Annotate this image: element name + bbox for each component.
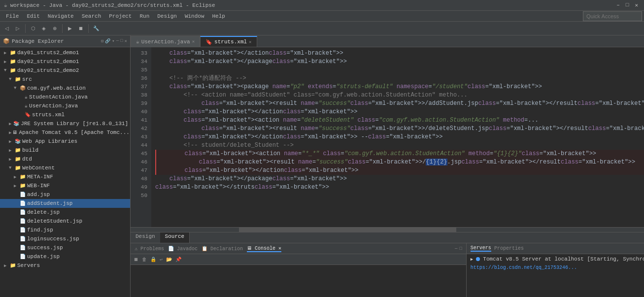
tree-item-com-gyf-web-action[interactable]: ▼📦com.gyf.web.action: [0, 84, 130, 93]
code-line-34[interactable]: class="xml-bracket"></packageclass="xml-…: [155, 58, 644, 66]
clear-icon[interactable]: 🗑: [141, 256, 148, 263]
code-line-41[interactable]: class="xml-bracket"><action name="delete…: [155, 116, 644, 125]
menu-design[interactable]: Design: [153, 12, 181, 20]
tree-item-deletestudent-jsp[interactable]: 📄deleteStudent.jsp: [0, 217, 130, 226]
panel-max-icon[interactable]: □: [120, 38, 123, 44]
code-line-50[interactable]: [155, 192, 644, 200]
window-controls[interactable]: – □ ✕: [614, 2, 640, 8]
toolbar-btn-7[interactable]: ⏹: [76, 24, 86, 33]
code-line-43[interactable]: class="xml-bracket"></actionclass="xml-b…: [155, 133, 644, 141]
horizontal-scrollbar[interactable]: [131, 227, 644, 232]
tree-item-loginsuccess-jsp[interactable]: 📄loginsuccess.jsp: [0, 234, 130, 243]
tree-item-meta-inf[interactable]: ▶📁META-INF: [0, 172, 130, 181]
tree-item-web-inf[interactable]: ▶📁WEB-INF: [0, 181, 130, 190]
code-line-49[interactable]: class="xml-bracket"></strutsclass="xml-b…: [155, 183, 644, 192]
panel-min-icon[interactable]: —: [116, 38, 119, 44]
servers-tab[interactable]: Servers: [471, 245, 491, 252]
panel-close-icon[interactable]: ✕: [125, 38, 127, 44]
tree-item-jre-system-library--jre1-8-0-131-[interactable]: ▶📚JRE System Library [jre1.8.0_131]: [0, 119, 130, 128]
menu-project[interactable]: Project: [105, 12, 136, 20]
scroll-lock-icon[interactable]: 🔒: [149, 256, 157, 263]
tree-item-addstudent-jsp[interactable]: 📄addStudent.jsp: [0, 199, 130, 208]
code-line-48[interactable]: class="xml-bracket"></packageclass="xml-…: [155, 175, 644, 183]
toolbar-btn-3[interactable]: ⬡: [28, 24, 38, 33]
code-line-37[interactable]: class="xml-bracket"><package name="p2" e…: [155, 83, 644, 91]
menu-navigate[interactable]: Navigate: [44, 12, 78, 20]
design-tab[interactable]: Design: [131, 232, 160, 243]
tree-item-useraction-java[interactable]: ☕UserAction.java: [0, 101, 130, 110]
toolbar-btn-8[interactable]: 🔧: [91, 24, 101, 33]
tree-icon: 📄: [20, 245, 26, 251]
terminate-icon[interactable]: ⏹: [133, 256, 139, 263]
code-line-47[interactable]: class="xml-bracket"></actionclass="xml-b…: [155, 166, 644, 175]
close-btn[interactable]: ✕: [633, 2, 640, 8]
tree-item-day02-struts2-demo1[interactable]: ▶📁day02_struts2_demo1: [0, 57, 130, 66]
tree-item-dtd[interactable]: ▶📁dtd: [0, 155, 130, 164]
tree-item-web-app-libraries[interactable]: ▶📚Web App Libraries: [0, 137, 130, 146]
menu-help[interactable]: Help: [208, 12, 229, 20]
toolbar-btn-5[interactable]: ⊕: [50, 24, 60, 33]
tree-item-apache-tomcat-v8-5--apache-tomc---[interactable]: ▶🖥Apache Tomcat v8.5 [Apache Tomc...: [0, 128, 130, 137]
code-line-44[interactable]: <!-- student/delete_Student -->: [155, 141, 644, 150]
menu-run[interactable]: Run: [136, 12, 153, 20]
link-icon[interactable]: 🔗: [105, 38, 110, 44]
maximize-btn[interactable]: □: [624, 2, 631, 8]
properties-tab[interactable]: Properties: [494, 246, 524, 251]
pin-icon[interactable]: 📌: [174, 256, 182, 263]
declaration-tab[interactable]: 📋 Declaration: [202, 246, 243, 252]
tree-item-update-jsp[interactable]: 📄update.jsp: [0, 252, 130, 261]
server-entry[interactable]: ▶ Tomcat v8.5 Server at localhost [Start…: [467, 254, 644, 264]
code-line-36[interactable]: <!-- 两个*的通配符合 -->: [155, 74, 644, 83]
code-line-45[interactable]: class="xml-bracket"><action name="*_*" c…: [155, 150, 644, 158]
console-area[interactable]: [131, 265, 466, 297]
tab-strutsxml[interactable]: 🔖 struts.xml ✕: [200, 36, 257, 47]
code-line-40[interactable]: class="xml-bracket"></actionclass="xml-b…: [155, 108, 644, 116]
quick-access-input[interactable]: [583, 11, 642, 21]
maximize-view-icon[interactable]: □: [459, 246, 462, 251]
problems-tab[interactable]: ⚠ Problems: [135, 246, 164, 252]
menu-window[interactable]: Window: [181, 12, 208, 20]
menu-edit[interactable]: Edit: [23, 12, 43, 20]
source-tab[interactable]: Source: [160, 232, 190, 243]
code-line-46[interactable]: class="xml-bracket"><result name="succes…: [155, 158, 644, 166]
tree-item-delete-jsp[interactable]: 📄delete.jsp: [0, 208, 130, 217]
code-area[interactable]: class="xml-bracket"></actionclass="xml-b…: [151, 47, 644, 227]
tree-item-servers[interactable]: ▶📁Servers: [0, 261, 130, 270]
tree-item-webcontent[interactable]: ▼📁WebContent: [0, 164, 130, 172]
code-line-39[interactable]: class="xml-bracket"><result name="succes…: [155, 99, 644, 108]
useraction-tab-close[interactable]: ✕: [192, 39, 195, 44]
toolbar-btn-4[interactable]: ◈: [39, 24, 49, 33]
javadoc-tab[interactable]: 📄 Javadoc: [168, 246, 198, 252]
toolbar-btn-1[interactable]: ◁: [2, 24, 12, 33]
tree-item-success-jsp[interactable]: 📄success.jsp: [0, 243, 130, 252]
toolbar-btn-6[interactable]: ▶: [65, 24, 75, 33]
open-console-icon[interactable]: 📂: [165, 256, 173, 263]
tree-item-src[interactable]: ▼📁src: [0, 75, 130, 84]
console-tab[interactable]: 🖥 Console ✕: [247, 245, 281, 252]
tree-item-struts-xml[interactable]: 🔖struts.xml: [0, 110, 130, 119]
panel-menu-icon[interactable]: ▾: [112, 38, 114, 44]
menu-search[interactable]: Search: [78, 12, 105, 20]
tree-item-day02-struts2-demo2[interactable]: ▼📁day02_struts2_demo2: [0, 66, 130, 75]
tree-icon: 🖥: [12, 130, 17, 135]
code-line-42[interactable]: class="xml-bracket"><result name="succes…: [155, 125, 644, 133]
collapse-all-icon[interactable]: ⊟: [101, 38, 103, 44]
minimize-btn[interactable]: –: [614, 2, 622, 8]
strutsxml-tab-close[interactable]: ✕: [249, 39, 251, 45]
server-url[interactable]: https://blog.csdn.net/qq_21753246...: [467, 264, 644, 271]
scrollbar-thumb[interactable]: [239, 228, 456, 232]
code-line-35[interactable]: [155, 66, 644, 74]
tree-item-add-jsp[interactable]: 📄add.jsp: [0, 190, 130, 199]
tree-item-studentaction-java[interactable]: ☕StudentAction.java: [0, 93, 130, 101]
code-line-33[interactable]: class="xml-bracket"></actionclass="xml-b…: [155, 49, 644, 58]
tab-useraction[interactable]: ☕ UserAction.java ✕: [131, 36, 200, 47]
menu-file[interactable]: File: [2, 12, 23, 20]
minimize-view-icon[interactable]: —: [455, 246, 457, 251]
window-title: workspace - Java - day02_struts2_demo2/s…: [10, 2, 215, 8]
tree-item-find-jsp[interactable]: 📄find.jsp: [0, 226, 130, 234]
toolbar-btn-2[interactable]: ▷: [13, 24, 23, 33]
tree-item-day01-struts2-demo1[interactable]: ▶📁day01_struts2_demo1: [0, 48, 130, 57]
word-wrap-icon[interactable]: ↩: [159, 256, 164, 263]
tree-item-build[interactable]: ▶📁build: [0, 146, 130, 155]
code-line-38[interactable]: <!-- <action name="addStudent" class="co…: [155, 91, 644, 99]
